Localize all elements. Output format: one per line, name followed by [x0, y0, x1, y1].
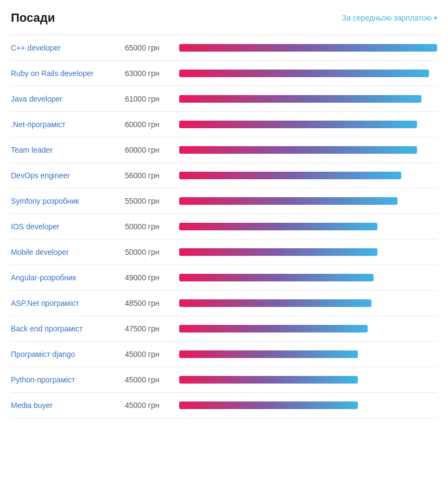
page-title: Посади [11, 11, 55, 25]
salary-bar [179, 274, 374, 281]
salary-bar [179, 121, 417, 128]
bar-container [179, 274, 437, 281]
salary-value: 45000 грн [119, 367, 179, 393]
job-link[interactable]: .Net-програміст [11, 120, 65, 129]
salary-value: 50000 грн [119, 214, 179, 240]
job-link[interactable]: Ruby on Rails developer [11, 69, 94, 78]
salary-bar [179, 248, 377, 256]
bar-container [179, 248, 437, 256]
table-row: C++ developer 65000 грн [11, 35, 437, 61]
table-row: Java developer 61000 грн [11, 86, 437, 112]
bar-cell [179, 163, 437, 189]
job-link[interactable]: Symfony розробник [11, 197, 79, 205]
job-link[interactable]: Team leader [11, 146, 53, 154]
chevron-down-icon: ▾ [434, 14, 437, 22]
table-row: Mobile developer 50000 грн [11, 240, 437, 265]
bar-cell [179, 189, 437, 214]
job-link[interactable]: IOS developer [11, 222, 60, 231]
bar-cell [179, 61, 437, 86]
bar-container [179, 44, 437, 52]
table-row: .Net-програміст 60000 грн [11, 112, 437, 137]
bar-container [179, 401, 437, 409]
salary-bar [179, 44, 437, 52]
bar-container [179, 299, 437, 307]
bar-container [179, 146, 437, 154]
bar-container [179, 121, 437, 128]
salary-bar [179, 299, 371, 307]
positions-table: C++ developer 65000 грн Ruby on Rails de… [11, 35, 437, 418]
salary-bar [179, 350, 358, 358]
bar-container [179, 325, 437, 332]
table-row: Ruby on Rails developer 63000 грн [11, 61, 437, 86]
salary-value: 50000 грн [119, 240, 179, 265]
salary-value: 45000 грн [119, 342, 179, 367]
table-row: ASP.Net програміст 48500 грн [11, 291, 437, 316]
salary-bar [179, 95, 421, 103]
bar-cell [179, 214, 437, 240]
salary-bar [179, 197, 397, 205]
bar-cell [179, 265, 437, 291]
bar-cell [179, 291, 437, 316]
bar-cell [179, 367, 437, 393]
page-header: Посади За середньою зарплатою ▾ [11, 11, 437, 25]
salary-bar [179, 172, 401, 179]
job-link[interactable]: DevOps engineer [11, 171, 70, 180]
page-container: Посади За середньою зарплатою ▾ C++ deve… [0, 0, 448, 435]
bar-cell [179, 35, 437, 61]
bar-container [179, 376, 437, 384]
bar-cell [179, 316, 437, 342]
salary-value: 55000 грн [119, 189, 179, 214]
salary-value: 61000 грн [119, 86, 179, 112]
salary-value: 63000 грн [119, 61, 179, 86]
bar-cell [179, 86, 437, 112]
table-row: Team leader 60000 грн [11, 137, 437, 163]
bar-cell [179, 112, 437, 137]
table-row: Back end програміст 47500 грн [11, 316, 437, 342]
salary-bar [179, 376, 358, 384]
table-row: Media buyer 45000 грн [11, 393, 437, 418]
job-link[interactable]: Mobile developer [11, 248, 69, 256]
table-row: Angular-розробник 49000 грн [11, 265, 437, 291]
salary-bar [179, 325, 368, 332]
table-row: Python-програміст 45000 грн [11, 367, 437, 393]
job-link[interactable]: C++ developer [11, 43, 61, 52]
job-link[interactable]: Програміст django [11, 350, 75, 359]
job-link[interactable]: ASP.Net програміст [11, 299, 79, 307]
salary-value: 60000 грн [119, 112, 179, 137]
salary-bar [179, 223, 377, 230]
salary-value: 48500 грн [119, 291, 179, 316]
job-link[interactable]: Media buyer [11, 401, 53, 410]
table-row: Symfony розробник 55000 грн [11, 189, 437, 214]
bar-container [179, 350, 437, 358]
bar-container [179, 70, 437, 77]
sort-label: За середньою зарплатою [342, 14, 432, 22]
salary-bar [179, 401, 358, 409]
bar-container [179, 223, 437, 230]
bar-cell [179, 393, 437, 418]
job-link[interactable]: Java developer [11, 95, 62, 103]
bar-container [179, 197, 437, 205]
bar-container [179, 172, 437, 179]
sort-control[interactable]: За середньою зарплатою ▾ [342, 14, 437, 22]
bar-cell [179, 342, 437, 367]
job-link[interactable]: Angular-розробник [11, 273, 76, 282]
salary-value: 49000 грн [119, 265, 179, 291]
salary-value: 60000 грн [119, 137, 179, 163]
salary-bar [179, 146, 417, 154]
table-row: DevOps engineer 56000 грн [11, 163, 437, 189]
bar-container [179, 95, 437, 103]
salary-value: 47500 грн [119, 316, 179, 342]
salary-bar [179, 70, 429, 77]
salary-value: 45000 грн [119, 393, 179, 418]
bar-cell [179, 137, 437, 163]
table-row: IOS developer 50000 грн [11, 214, 437, 240]
salary-value: 56000 грн [119, 163, 179, 189]
job-link[interactable]: Python-програміст [11, 375, 75, 384]
salary-value: 65000 грн [119, 35, 179, 61]
bar-cell [179, 240, 437, 265]
table-row: Програміст django 45000 грн [11, 342, 437, 367]
job-link[interactable]: Back end програміст [11, 324, 83, 333]
